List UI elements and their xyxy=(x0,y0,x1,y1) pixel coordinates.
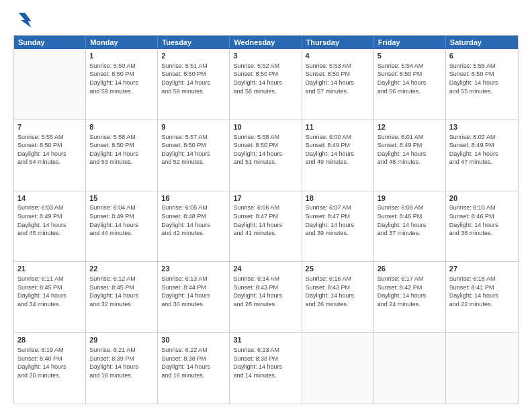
cell-info: Sunrise: 6:19 AMSunset: 8:40 PMDaylight:… xyxy=(17,346,82,379)
header-day-monday: Monday xyxy=(86,36,158,49)
week-row-1: 1 Sunrise: 5:50 AMSunset: 8:50 PMDayligh… xyxy=(14,49,518,120)
header-day-thursday: Thursday xyxy=(302,36,374,49)
calendar: SundayMondayTuesdayWednesdayThursdayFrid… xyxy=(13,35,519,404)
day-number: 27 xyxy=(449,264,515,274)
header-day-sunday: Sunday xyxy=(14,36,86,49)
cell-info: Sunrise: 6:10 AMSunset: 8:46 PMDaylight:… xyxy=(449,203,515,237)
page: SundayMondayTuesdayWednesdayThursdayFrid… xyxy=(0,0,532,411)
cal-cell: 6 Sunrise: 5:55 AMSunset: 8:50 PMDayligh… xyxy=(446,49,518,120)
week-row-3: 14 Sunrise: 6:03 AMSunset: 8:49 PMDaylig… xyxy=(14,191,518,262)
week-row-2: 7 Sunrise: 5:55 AMSunset: 8:50 PMDayligh… xyxy=(14,120,518,191)
day-number: 25 xyxy=(306,264,370,274)
cal-cell xyxy=(14,49,86,120)
cal-cell: 24 Sunrise: 6:14 AMSunset: 8:43 PMDaylig… xyxy=(230,262,302,332)
cal-cell: 23 Sunrise: 6:13 AMSunset: 8:44 PMDaylig… xyxy=(158,262,230,332)
day-number: 5 xyxy=(378,51,442,61)
week-row-4: 21 Sunrise: 6:11 AMSunset: 8:45 PMDaylig… xyxy=(14,261,518,332)
cell-info: Sunrise: 5:57 AMSunset: 8:50 PMDaylight:… xyxy=(161,133,226,167)
cal-cell xyxy=(446,333,518,404)
cal-cell: 31 Sunrise: 6:23 AMSunset: 8:38 PMDaylig… xyxy=(230,333,302,404)
cell-info: Sunrise: 6:03 AMSunset: 8:49 PMDaylight:… xyxy=(17,203,82,237)
cell-info: Sunrise: 6:00 AMSunset: 8:49 PMDaylight:… xyxy=(306,133,370,167)
cal-cell: 7 Sunrise: 5:55 AMSunset: 8:50 PMDayligh… xyxy=(14,120,86,191)
cal-cell: 10 Sunrise: 5:58 AMSunset: 8:50 PMDaylig… xyxy=(230,120,302,191)
cal-cell: 30 Sunrise: 6:22 AMSunset: 8:38 PMDaylig… xyxy=(158,333,230,404)
cal-cell: 18 Sunrise: 6:07 AMSunset: 8:47 PMDaylig… xyxy=(302,191,374,262)
week-row-5: 28 Sunrise: 6:19 AMSunset: 8:40 PMDaylig… xyxy=(14,332,518,404)
calendar-header: SundayMondayTuesdayWednesdayThursdayFrid… xyxy=(14,36,518,49)
cal-cell xyxy=(374,333,446,404)
cell-info: Sunrise: 6:23 AMSunset: 8:38 PMDaylight:… xyxy=(233,346,298,379)
header-day-tuesday: Tuesday xyxy=(158,36,230,49)
day-number: 2 xyxy=(161,51,226,61)
header xyxy=(13,11,519,30)
cal-cell: 22 Sunrise: 6:12 AMSunset: 8:45 PMDaylig… xyxy=(86,262,158,332)
cell-info: Sunrise: 5:54 AMSunset: 8:50 PMDaylight:… xyxy=(378,62,442,95)
header-day-wednesday: Wednesday xyxy=(230,36,302,49)
day-number: 9 xyxy=(161,122,226,132)
cell-info: Sunrise: 6:02 AMSunset: 8:49 PMDaylight:… xyxy=(449,133,515,167)
cell-info: Sunrise: 6:07 AMSunset: 8:47 PMDaylight:… xyxy=(306,203,370,237)
day-number: 7 xyxy=(17,122,82,132)
day-number: 1 xyxy=(89,51,154,61)
day-number: 11 xyxy=(306,122,370,132)
cell-info: Sunrise: 6:06 AMSunset: 8:47 PMDaylight:… xyxy=(233,203,298,237)
logo xyxy=(13,11,35,30)
day-number: 24 xyxy=(233,264,298,274)
cell-info: Sunrise: 6:14 AMSunset: 8:43 PMDaylight:… xyxy=(233,275,298,308)
cal-cell: 19 Sunrise: 6:08 AMSunset: 8:46 PMDaylig… xyxy=(374,191,446,262)
cal-cell: 11 Sunrise: 6:00 AMSunset: 8:49 PMDaylig… xyxy=(302,120,374,191)
day-number: 15 xyxy=(89,193,154,203)
day-number: 28 xyxy=(17,335,82,345)
cal-cell: 1 Sunrise: 5:50 AMSunset: 8:50 PMDayligh… xyxy=(86,49,158,120)
cell-info: Sunrise: 6:04 AMSunset: 8:49 PMDaylight:… xyxy=(89,203,154,237)
cell-info: Sunrise: 6:05 AMSunset: 8:48 PMDaylight:… xyxy=(161,203,226,237)
header-day-friday: Friday xyxy=(374,36,446,49)
cell-info: Sunrise: 5:50 AMSunset: 8:50 PMDaylight:… xyxy=(89,62,154,95)
day-number: 4 xyxy=(306,51,370,61)
cell-info: Sunrise: 5:58 AMSunset: 8:50 PMDaylight:… xyxy=(233,133,298,167)
cell-info: Sunrise: 6:11 AMSunset: 8:45 PMDaylight:… xyxy=(17,275,82,308)
cell-info: Sunrise: 6:21 AMSunset: 8:39 PMDaylight:… xyxy=(89,346,154,379)
day-number: 29 xyxy=(89,335,154,345)
calendar-body: 1 Sunrise: 5:50 AMSunset: 8:50 PMDayligh… xyxy=(14,49,518,404)
cal-cell: 13 Sunrise: 6:02 AMSunset: 8:49 PMDaylig… xyxy=(446,120,518,191)
day-number: 23 xyxy=(161,264,226,274)
cal-cell: 26 Sunrise: 6:17 AMSunset: 8:42 PMDaylig… xyxy=(374,262,446,332)
day-number: 3 xyxy=(233,51,298,61)
cell-info: Sunrise: 6:08 AMSunset: 8:46 PMDaylight:… xyxy=(378,203,442,237)
cell-info: Sunrise: 6:22 AMSunset: 8:38 PMDaylight:… xyxy=(161,346,226,379)
cell-info: Sunrise: 5:55 AMSunset: 8:50 PMDaylight:… xyxy=(17,133,82,167)
day-number: 16 xyxy=(161,193,226,203)
cell-info: Sunrise: 5:55 AMSunset: 8:50 PMDaylight:… xyxy=(449,62,515,95)
cal-cell: 15 Sunrise: 6:04 AMSunset: 8:49 PMDaylig… xyxy=(86,191,158,262)
cal-cell: 2 Sunrise: 5:51 AMSunset: 8:50 PMDayligh… xyxy=(158,49,230,120)
logo-icon xyxy=(13,11,32,30)
cell-info: Sunrise: 5:51 AMSunset: 8:50 PMDaylight:… xyxy=(161,62,226,95)
cal-cell: 4 Sunrise: 5:53 AMSunset: 8:50 PMDayligh… xyxy=(302,49,374,120)
day-number: 21 xyxy=(17,264,82,274)
cell-info: Sunrise: 6:01 AMSunset: 8:49 PMDaylight:… xyxy=(378,133,442,167)
day-number: 6 xyxy=(449,51,515,61)
cal-cell: 25 Sunrise: 6:16 AMSunset: 8:43 PMDaylig… xyxy=(302,262,374,332)
cal-cell: 20 Sunrise: 6:10 AMSunset: 8:46 PMDaylig… xyxy=(446,191,518,262)
cal-cell: 3 Sunrise: 5:52 AMSunset: 8:50 PMDayligh… xyxy=(230,49,302,120)
day-number: 18 xyxy=(306,193,370,203)
day-number: 12 xyxy=(378,122,442,132)
day-number: 8 xyxy=(89,122,154,132)
cal-cell: 17 Sunrise: 6:06 AMSunset: 8:47 PMDaylig… xyxy=(230,191,302,262)
day-number: 30 xyxy=(161,335,226,345)
day-number: 10 xyxy=(233,122,298,132)
day-number: 26 xyxy=(378,264,442,274)
cal-cell: 9 Sunrise: 5:57 AMSunset: 8:50 PMDayligh… xyxy=(158,120,230,191)
cell-info: Sunrise: 6:12 AMSunset: 8:45 PMDaylight:… xyxy=(89,275,154,308)
cal-cell: 29 Sunrise: 6:21 AMSunset: 8:39 PMDaylig… xyxy=(86,333,158,404)
cell-info: Sunrise: 6:13 AMSunset: 8:44 PMDaylight:… xyxy=(161,275,226,308)
cal-cell: 21 Sunrise: 6:11 AMSunset: 8:45 PMDaylig… xyxy=(14,262,86,332)
cell-info: Sunrise: 5:52 AMSunset: 8:50 PMDaylight:… xyxy=(233,62,298,95)
cal-cell xyxy=(302,333,374,404)
day-number: 13 xyxy=(449,122,515,132)
header-day-saturday: Saturday xyxy=(446,36,518,49)
day-number: 22 xyxy=(89,264,154,274)
day-number: 20 xyxy=(449,193,515,203)
